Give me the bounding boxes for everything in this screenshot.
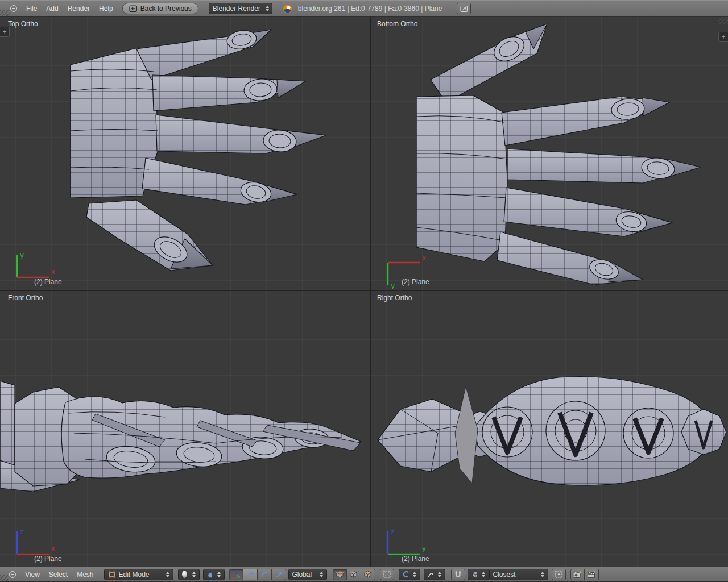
dropdown-arrows-icon (317, 572, 323, 577)
back-to-previous-button[interactable]: Back to Previous (122, 3, 198, 14)
rotate-manipulator-button[interactable] (258, 569, 272, 580)
falloff-dropdown[interactable] (424, 569, 445, 580)
rotate-icon (260, 571, 268, 579)
menu-mesh[interactable]: Mesh (72, 571, 98, 579)
menu-help[interactable]: Help (94, 5, 118, 13)
active-object-label: (2) Plane (34, 278, 62, 286)
svg-text:y: y (20, 251, 24, 259)
status-text: blender.org 261 | Ed:0-7789 | Fa:0-3860 … (298, 5, 442, 13)
mesh-hand-top-view (0, 17, 370, 290)
snap-self-icon (555, 570, 563, 579)
active-object-label: (2) Plane (402, 555, 429, 563)
opengl-render-button[interactable] (570, 569, 585, 580)
dropdown-arrows-icon (436, 572, 441, 577)
falloff-icon (428, 571, 433, 578)
translate-icon (246, 571, 254, 579)
viewport-label: Top Ortho (8, 20, 38, 28)
info-header: File Add Render Help Back to Previous Bl… (0, 0, 728, 17)
area-corner-grip[interactable] (718, 17, 728, 24)
snap-magnet-icon (454, 571, 462, 579)
vertex-select-button[interactable] (333, 569, 347, 580)
back-icon (129, 5, 138, 13)
mesh-hand-bottom-view (371, 17, 728, 290)
opengl-render-animation-button[interactable] (585, 569, 599, 580)
snap-element-dropdown[interactable] (468, 569, 489, 580)
opengl-anim-icon (587, 571, 596, 579)
dropdown-arrows-icon (479, 572, 485, 577)
limit-to-visible-button[interactable] (380, 569, 394, 580)
viewport-shading-dropdown[interactable] (178, 569, 200, 580)
edge-select-icon (349, 570, 358, 579)
area-corner-grip[interactable] (0, 575, 8, 581)
svg-text:y: y (422, 544, 426, 552)
viewport-label: Right Ortho (377, 294, 412, 302)
pivot-median-icon (207, 571, 212, 579)
menu-add[interactable]: Add (42, 5, 63, 13)
mode-dropdown[interactable]: Edit Mode (104, 569, 173, 580)
scale-manipulator-button[interactable] (272, 569, 286, 580)
blender-logo-icon (283, 4, 292, 14)
3d-viewport-quad: Top Ortho + y x (2) Plane (0, 17, 728, 567)
menu-file[interactable]: File (22, 5, 42, 13)
collapse-menus-icon[interactable] (9, 571, 16, 578)
face-select-button[interactable] (361, 569, 375, 580)
mesh-hand-right-view (371, 291, 728, 567)
area-corner-grip[interactable] (0, 10, 10, 16)
mesh-hand-front-view (0, 291, 370, 567)
svg-text:x: x (51, 268, 55, 276)
pivot-point-dropdown[interactable] (203, 569, 225, 580)
opengl-render-icon (573, 571, 582, 579)
viewport-label: Bottom Ortho (377, 20, 417, 28)
snap-self-button[interactable] (552, 569, 566, 580)
svg-text:z: z (20, 528, 23, 536)
proportional-icon (403, 571, 408, 578)
dropdown-arrows-icon (164, 572, 169, 577)
dropdown-arrows-icon (539, 572, 544, 577)
active-object-label: (2) Plane (34, 555, 62, 563)
svg-text:z: z (391, 528, 394, 536)
manipulator-axis-icon (232, 570, 241, 579)
viewport-right-ortho[interactable]: Right Ortho z y (2) Plane (371, 291, 728, 567)
editmode-cube-icon (108, 571, 116, 579)
collapse-menus-icon[interactable] (10, 5, 17, 12)
plus-tab-icon[interactable]: + (718, 32, 728, 42)
viewport-front-ortho[interactable]: Front Ortho z x (2) Plane (0, 291, 370, 567)
plus-tab-icon[interactable]: + (0, 27, 10, 37)
dropdown-arrows-icon (190, 572, 196, 577)
transform-orientation-dropdown[interactable]: Global (288, 569, 327, 580)
manipulator-toggle-button[interactable] (229, 569, 243, 580)
shading-sphere-icon (182, 571, 187, 578)
maximize-area-button[interactable] (457, 3, 471, 14)
menu-render[interactable]: Render (63, 5, 94, 13)
snap-toggle-button[interactable] (451, 569, 465, 580)
snap-target-dropdown[interactable]: Closest (489, 569, 548, 580)
svg-text:x: x (422, 254, 426, 262)
vertex-select-icon (336, 570, 344, 579)
proportional-edit-dropdown[interactable] (399, 569, 420, 580)
viewport-bottom-ortho[interactable]: Bottom Ortho + x y (2) Plane (371, 17, 728, 290)
scale-icon (275, 571, 283, 579)
active-object-label: (2) Plane (402, 278, 429, 286)
menu-select[interactable]: Select (44, 571, 72, 579)
viewport-header-bar: View Select Mesh Edit Mode (0, 567, 728, 582)
viewport-top-ortho[interactable]: Top Ortho + y x (2) Plane (0, 17, 370, 290)
snap-element-icon (471, 571, 477, 579)
face-select-icon (363, 570, 372, 579)
dropdown-arrows-icon (411, 572, 416, 577)
menu-view[interactable]: View (20, 571, 44, 579)
translate-manipulator-button[interactable] (243, 569, 258, 580)
viewport-label: Front Ortho (8, 294, 43, 302)
svg-text:x: x (51, 544, 55, 552)
render-engine-dropdown[interactable]: Blender Render (209, 3, 272, 14)
edge-select-button[interactable] (347, 569, 361, 580)
occlude-icon (383, 570, 391, 579)
maximize-area-icon (460, 5, 468, 13)
svg-text:y: y (391, 282, 395, 289)
dropdown-arrows-icon (263, 6, 269, 11)
dropdown-arrows-icon (215, 572, 221, 577)
